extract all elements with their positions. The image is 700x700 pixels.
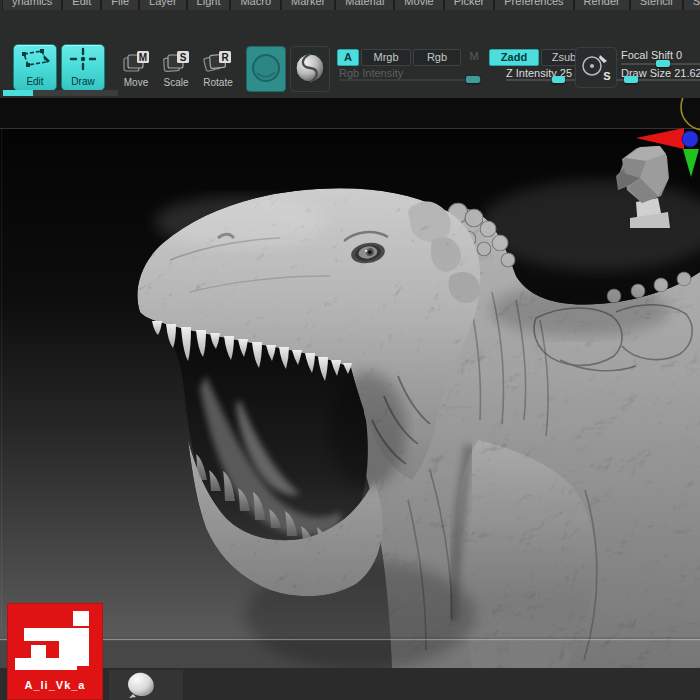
- menu-item[interactable]: Preferences: [494, 0, 573, 10]
- draw-size-value: 21.62277: [674, 67, 700, 79]
- gizmo-z-dot[interactable]: [682, 131, 698, 147]
- rgb-button[interactable]: Rgb: [413, 49, 461, 66]
- focal-shift-handle[interactable]: [656, 60, 670, 67]
- crosshair-icon: [62, 45, 104, 73]
- menu-item[interactable]: Light: [187, 0, 231, 10]
- watermark-text: A_li_Vk_a: [7, 679, 103, 691]
- pages-with-s-badge-icon: S: [156, 48, 196, 76]
- marquee-pen-icon: [14, 45, 56, 73]
- menu-item[interactable]: ynamics: [2, 0, 62, 10]
- rgb-intensity-track[interactable]: [339, 79, 482, 81]
- draw-button-label: Draw: [62, 76, 104, 87]
- zadd-button[interactable]: Zadd: [489, 49, 539, 66]
- pages-with-m-badge-icon: M: [116, 48, 156, 76]
- watermark-logo: A_li_Vk_a: [7, 603, 103, 700]
- draw-button[interactable]: Draw: [61, 44, 105, 91]
- svg-text:R: R: [221, 52, 229, 63]
- scale-button-label: Scale: [156, 77, 196, 88]
- menu-item[interactable]: Picker: [444, 0, 495, 10]
- menu-item[interactable]: Stroke: [683, 0, 700, 10]
- svg-text:S: S: [180, 52, 187, 63]
- menu-item[interactable]: File: [101, 0, 139, 10]
- tool-thumbnail-tile[interactable]: [109, 670, 183, 700]
- z-intensity-handle[interactable]: [552, 76, 565, 83]
- move-button-label: Move: [116, 77, 156, 88]
- bottom-tray: [0, 668, 700, 700]
- m-button[interactable]: M: [463, 49, 485, 64]
- material-button[interactable]: [290, 46, 330, 92]
- underline-strip: [33, 90, 118, 96]
- draw-size-handle[interactable]: [624, 76, 638, 83]
- menu-item[interactable]: Render: [574, 0, 630, 10]
- edit-button-label: Edit: [14, 76, 56, 87]
- menu-bar: ynamicsEditFileLayerLightMacroMarkerMate…: [0, 0, 700, 10]
- scale-button[interactable]: S Scale: [156, 48, 196, 90]
- menu-item[interactable]: Material: [335, 0, 394, 10]
- rgb-intensity-handle[interactable]: [466, 76, 480, 83]
- sculpt-viewport[interactable]: [0, 98, 700, 668]
- clay-blob-thumbnail-icon: [109, 670, 183, 700]
- menu-item[interactable]: Edit: [62, 0, 101, 10]
- canvas-left-border: [1, 129, 2, 629]
- material-sphere-icon: [291, 47, 329, 91]
- dot-circle-pen-icon: S: [576, 48, 616, 87]
- stroke-picker-button[interactable]: S: [575, 47, 617, 88]
- edit-button[interactable]: Edit: [13, 44, 57, 91]
- canvas-top-gap: [0, 98, 700, 129]
- focal-shift-value: 0: [676, 49, 682, 61]
- rgb-intensity-label: Rgb Intensity: [339, 67, 403, 79]
- zbrush-app-window: ynamicsEditFileLayerLightMacroMarkerMate…: [0, 0, 700, 700]
- top-toolbar: Edit Draw M Move: [0, 10, 700, 98]
- menu-item[interactable]: Movie: [394, 0, 443, 10]
- stroke-badge: S: [603, 70, 610, 82]
- rotate-button[interactable]: R Rotate: [198, 48, 238, 90]
- mrgb-button[interactable]: Mrgb: [361, 49, 411, 66]
- rotate-button-label: Rotate: [198, 77, 238, 88]
- svg-text:M: M: [139, 52, 147, 63]
- move-button[interactable]: M Move: [116, 48, 156, 90]
- pages-with-r-badge-icon: R: [198, 48, 238, 76]
- menu-item[interactable]: Layer: [139, 0, 187, 10]
- brush-stroke-preview-icon: [247, 47, 285, 91]
- menu-item[interactable]: Marker: [281, 0, 335, 10]
- a-toggle-button[interactable]: A: [337, 49, 359, 66]
- focal-shift-label: Focal Shift 0: [621, 49, 682, 61]
- menu-item[interactable]: Stencil: [630, 0, 683, 10]
- canvas-floor-line: [0, 639, 700, 640]
- active-tool-underline: [3, 90, 33, 96]
- brush-preview-button[interactable]: [246, 46, 286, 92]
- menu-item[interactable]: Macro: [230, 0, 281, 10]
